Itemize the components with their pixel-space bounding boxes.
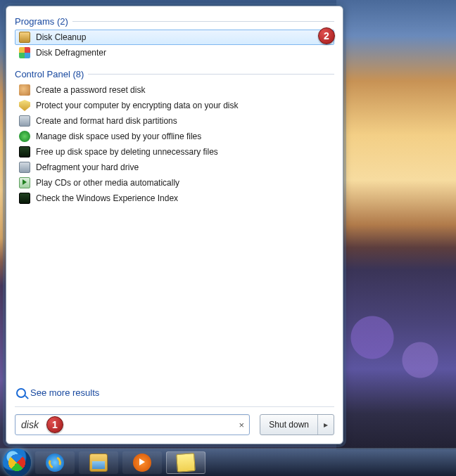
result-password-reset-disk[interactable]: Create a password reset disk — [15, 82, 334, 98]
divider — [15, 406, 334, 407]
result-label: Manage disk space used by your offline f… — [36, 131, 201, 141]
desktop-wallpaper — [336, 0, 456, 450]
result-label: Protect your computer by encrypting data… — [36, 101, 238, 110]
shield-icon — [19, 100, 30, 111]
file-explorer-icon — [89, 454, 108, 472]
result-label: Create a password reset disk — [36, 85, 145, 95]
result-offline-files[interactable]: Manage disk space used by your offline f… — [15, 129, 334, 144]
sync-icon — [19, 131, 30, 142]
control-panel-results: Create a password reset disk Protect you… — [15, 82, 334, 206]
shutdown-options-arrow[interactable]: ▸ — [318, 415, 334, 435]
result-format-partitions[interactable]: Create and format hard disk partitions — [15, 113, 334, 129]
result-label: Defragment your hard drive — [36, 162, 139, 172]
result-disk-defragmenter[interactable]: Disk Defragmenter — [15, 45, 334, 60]
taskbar — [0, 448, 456, 476]
see-more-label: See more results — [30, 387, 99, 398]
start-menu-bottom-row: × 1 Shut down ▸ — [15, 414, 334, 435]
result-experience-index[interactable]: Check the Windows Experience Index — [15, 191, 334, 206]
autoplay-icon — [19, 177, 30, 188]
control-panel-label: Control Panel (8) — [15, 69, 84, 79]
search-box[interactable]: × 1 — [15, 414, 250, 435]
disk-cleanup-icon — [19, 32, 30, 43]
see-more-results-link[interactable]: See more results — [15, 385, 334, 406]
result-label: Check the Windows Experience Index — [36, 193, 178, 203]
result-free-disk-space[interactable]: Free up disk space by deleting unnecessa… — [15, 144, 334, 160]
result-label: Disk Defragmenter — [36, 48, 106, 58]
clear-search-button[interactable]: × — [234, 420, 249, 430]
result-autoplay[interactable]: Play CDs or other media automatically — [15, 175, 334, 191]
users-icon — [19, 84, 30, 96]
sticky-notes-icon — [176, 453, 196, 472]
annotation-badge-2: 2 — [318, 27, 335, 44]
search-icon — [16, 388, 26, 398]
result-label: Free up disk space by deleting unnecessa… — [36, 147, 218, 157]
defragmenter-icon — [19, 47, 30, 58]
media-player-icon — [133, 454, 151, 472]
result-label: Create and format hard disk partitions — [36, 116, 177, 126]
chevron-right-icon: ▸ — [324, 420, 328, 430]
programs-label: Programs (2) — [15, 16, 68, 27]
divider — [72, 21, 334, 22]
taskbar-item-media-player[interactable] — [122, 451, 162, 474]
gauge-icon — [19, 193, 30, 204]
start-menu-search-panel: Programs (2) Disk Cleanup 2 Disk Defragm… — [6, 6, 343, 444]
gauge-icon — [19, 146, 30, 157]
internet-explorer-icon — [46, 454, 64, 472]
shutdown-button[interactable]: Shut down — [260, 415, 318, 435]
result-label: Play CDs or other media automatically — [36, 178, 179, 188]
shutdown-split-button[interactable]: Shut down ▸ — [260, 414, 334, 435]
divider — [88, 74, 334, 75]
annotation-badge-1: 1 — [46, 416, 63, 433]
result-label: Disk Cleanup — [36, 32, 86, 42]
programs-results: Disk Cleanup 2 Disk Defragmenter — [15, 30, 334, 60]
result-encrypt-disk[interactable]: Protect your computer by encrypting data… — [15, 98, 334, 113]
partition-icon — [19, 115, 30, 127]
defrag-icon — [19, 162, 30, 173]
result-defragment-drive[interactable]: Defragment your hard drive — [15, 160, 334, 175]
programs-section-header: Programs (2) — [15, 16, 334, 27]
control-panel-section-header: Control Panel (8) — [15, 69, 334, 79]
result-disk-cleanup[interactable]: Disk Cleanup 2 — [15, 30, 334, 45]
taskbar-item-explorer[interactable] — [79, 451, 118, 474]
taskbar-item-sticky-notes[interactable] — [166, 451, 205, 474]
start-button[interactable] — [3, 449, 31, 477]
taskbar-item-ie[interactable] — [35, 451, 75, 474]
